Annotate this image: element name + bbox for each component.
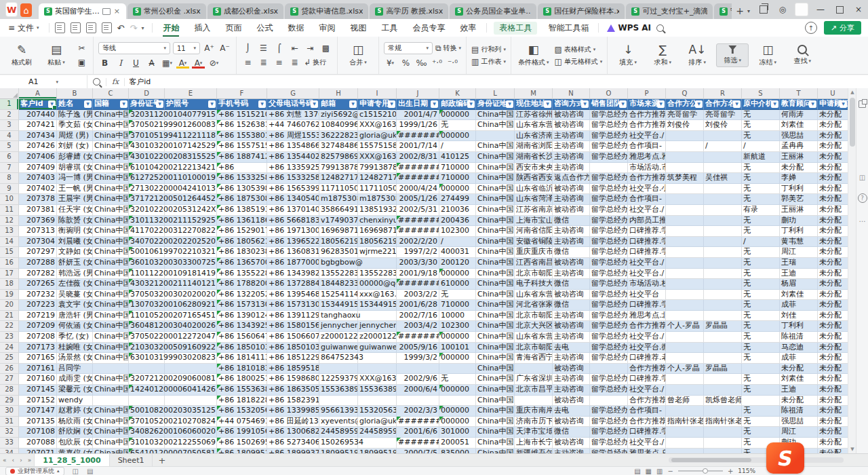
view-page-layout-icon[interactable]: ▦ bbox=[646, 468, 652, 475]
row-header[interactable]: 14 bbox=[0, 237, 19, 248]
cell[interactable]: 200051 bbox=[439, 438, 476, 449]
cell[interactable] bbox=[666, 216, 704, 227]
row-header[interactable]: 34 bbox=[0, 449, 19, 453]
cell[interactable]: +86 19910568 bbox=[217, 427, 267, 438]
cell[interactable]: 207160 bbox=[19, 374, 57, 385]
cell[interactable]: +86 1391129694 bbox=[267, 311, 319, 322]
cell[interactable]: jennychen bbox=[319, 321, 358, 332]
cell[interactable]: 310113200211152925 bbox=[129, 216, 165, 227]
cell[interactable]: 梁馨元 (女 bbox=[57, 385, 93, 396]
cell[interactable]: 社交平台./ bbox=[628, 385, 666, 396]
cell[interactable]: 500106199702210321 bbox=[129, 247, 165, 258]
cell[interactable]: guiwanwei bbox=[319, 343, 358, 354]
cell[interactable]: 207403 bbox=[19, 173, 57, 184]
cell[interactable]: 184482332 bbox=[319, 279, 358, 290]
cell[interactable]: 合作方推荐 bbox=[628, 173, 666, 184]
cell[interactable]: 被动咨询 bbox=[553, 396, 590, 406]
header-cell[interactable]: 手机号码▼ bbox=[217, 99, 267, 110]
cell[interactable]: +44 7460762888 bbox=[267, 120, 319, 131]
column-header-D[interactable]: D bbox=[129, 88, 165, 99]
row-header[interactable]: 23 bbox=[0, 332, 19, 343]
filter-dropdown-icon[interactable]: ▼ bbox=[695, 100, 703, 108]
column-header-T[interactable]: T bbox=[780, 88, 818, 99]
cell[interactable] bbox=[358, 353, 397, 364]
cell[interactable]: 山东省东营 bbox=[515, 290, 553, 301]
cell[interactable]: 360481200304020026 bbox=[129, 321, 165, 332]
cell[interactable]: 包欣辰 (女 bbox=[57, 438, 93, 449]
cell[interactable]: China中国 bbox=[93, 152, 129, 163]
cell[interactable]: 社交平台./ bbox=[628, 205, 666, 216]
header-cell[interactable]: 合作方名▼ bbox=[704, 99, 742, 110]
cell[interactable]: 2001/6/28 bbox=[397, 300, 439, 311]
rows-cols-button[interactable]: ▤ 行和列▾ bbox=[471, 45, 506, 54]
cell[interactable]: 370105199411221118 bbox=[129, 131, 165, 142]
cell[interactable]: 北京市昌平 bbox=[515, 385, 553, 396]
font-size-select[interactable]: 11▾ bbox=[173, 42, 200, 54]
cell[interactable]: 雅思考点.雅 bbox=[628, 152, 666, 163]
cell[interactable]: 郭美艺 bbox=[780, 194, 818, 205]
row-header[interactable]: 22 bbox=[0, 321, 19, 332]
row-header[interactable]: 16 bbox=[0, 258, 19, 269]
cell[interactable]: 207088 bbox=[19, 438, 57, 449]
cell[interactable] bbox=[704, 131, 742, 142]
cell[interactable]: 无 bbox=[742, 427, 780, 438]
header-cell[interactable]: 教育顾问▼ bbox=[780, 99, 818, 110]
cell[interactable] bbox=[358, 311, 397, 322]
cell[interactable] bbox=[704, 184, 742, 195]
column-header-M[interactable]: M bbox=[515, 88, 553, 99]
zoom-out-button[interactable]: − bbox=[667, 468, 673, 475]
cell[interactable]: +86 1859518772 bbox=[267, 364, 319, 375]
filter-dropdown-icon[interactable]: ▼ bbox=[467, 100, 475, 108]
cell[interactable]: 留学总经办 bbox=[590, 216, 628, 227]
cell[interactable]: China中国 bbox=[93, 353, 129, 364]
cell[interactable]: 微信 bbox=[553, 279, 590, 290]
cell[interactable]: +86 1506607386 bbox=[267, 332, 319, 343]
cell[interactable]: 未分配 bbox=[818, 449, 848, 453]
cell[interactable]: 207381 bbox=[19, 205, 57, 216]
cell[interactable]: China中国 bbox=[93, 321, 129, 332]
cell[interactable]: +86 1395468251 bbox=[267, 290, 319, 301]
cell[interactable]: m1875308 bbox=[358, 194, 397, 205]
cell[interactable]: 未分配 bbox=[818, 110, 848, 121]
cell[interactable]: 207421 bbox=[19, 120, 57, 131]
column-header-G[interactable]: G bbox=[267, 88, 319, 99]
cell[interactable]: 汤景然 (女 bbox=[57, 353, 93, 364]
filter-dropdown-icon[interactable]: ▼ bbox=[84, 100, 92, 108]
tab-效率[interactable]: 效率 bbox=[452, 19, 484, 37]
cell[interactable]: China中国 bbox=[476, 374, 515, 385]
header-cell[interactable]: 父母电话号码▼ bbox=[267, 99, 319, 110]
cell[interactable]: 留学总经办 bbox=[590, 374, 628, 385]
cell[interactable]: 河南省信阳 bbox=[515, 226, 553, 237]
column-header-J[interactable]: J bbox=[397, 88, 439, 99]
cell[interactable] bbox=[704, 216, 742, 227]
cell[interactable]: 刘素佳 bbox=[780, 120, 818, 131]
cell[interactable]: +86 15263810 bbox=[217, 120, 267, 131]
cell[interactable]: 北京市朝阳 bbox=[515, 311, 553, 322]
cell[interactable]: +86 1899937166 bbox=[267, 449, 319, 453]
table-style-button[interactable]: ▨ 表格样式▾ bbox=[554, 45, 602, 54]
row-header[interactable]: 4 bbox=[0, 131, 19, 142]
cell[interactable]: ######## bbox=[397, 173, 439, 184]
cell[interactable]: +86 17882007 bbox=[217, 279, 267, 290]
cell[interactable]: +86 1360831276 bbox=[267, 247, 319, 258]
borders-button[interactable]: ▦▾ bbox=[161, 57, 174, 69]
header-cell[interactable]: 身份证地▼ bbox=[476, 99, 515, 110]
cell[interactable]: 117110505 bbox=[358, 184, 397, 195]
column-header-H[interactable]: H bbox=[319, 88, 358, 99]
cell[interactable]: 王一帆 (男 bbox=[57, 184, 93, 195]
cell[interactable]: 无 bbox=[742, 194, 780, 205]
cell[interactable]: China中国 bbox=[93, 343, 129, 354]
cell[interactable]: 2003/4/2 bbox=[397, 321, 439, 332]
cell[interactable]: +86 1340540988 bbox=[267, 194, 319, 205]
print-icon[interactable] bbox=[86, 22, 96, 33]
cell[interactable] bbox=[666, 406, 704, 417]
cell[interactable]: 社交平台./ bbox=[628, 258, 666, 269]
cell[interactable]: 610104200212213421 bbox=[129, 163, 165, 174]
cell[interactable]: China中国 bbox=[93, 374, 129, 385]
font-name-select[interactable]: 等线▾ bbox=[98, 42, 170, 54]
cell[interactable]: China中国 bbox=[476, 343, 515, 354]
cell[interactable]: 未分配 bbox=[780, 396, 818, 406]
cell[interactable]: 杨欣雨 (女 bbox=[57, 417, 93, 428]
cell[interactable]: +86 1354402198 bbox=[267, 152, 319, 163]
cell[interactable]: 主动咨询 bbox=[553, 449, 590, 453]
